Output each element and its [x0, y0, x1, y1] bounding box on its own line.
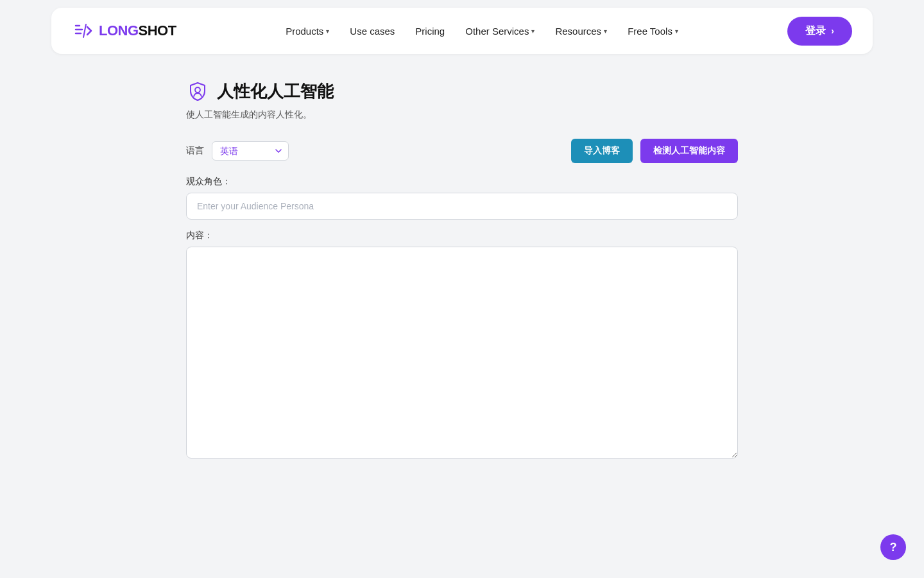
content-field-group: 内容： [186, 230, 738, 461]
login-arrow-icon: › [831, 26, 834, 36]
other-services-chevron-icon: ▾ [531, 28, 535, 35]
audience-field-group: 观众角色： [186, 176, 738, 230]
free-tools-chevron-icon: ▾ [675, 28, 678, 35]
svg-point-1 [195, 87, 200, 92]
page-subtitle: 使人工智能生成的内容人性化。 [186, 109, 738, 121]
language-select[interactable]: 英语 中文 日语 法语 德语 西班牙语 [212, 141, 289, 161]
products-chevron-icon: ▾ [326, 28, 329, 35]
logo-shot-text: SHOT [139, 22, 176, 39]
content-label: 内容： [186, 230, 738, 241]
logo[interactable]: LONGSHOT [72, 19, 176, 42]
logo-icon [72, 19, 95, 42]
logo-long-text: LONG [99, 22, 139, 39]
page-title: 人性化人工智能 [217, 80, 334, 103]
nav-resources[interactable]: Resources ▾ [555, 26, 607, 37]
help-button[interactable]: ? [880, 534, 906, 560]
audience-input[interactable] [186, 193, 738, 220]
nav-other-services[interactable]: Other Services ▾ [465, 26, 535, 37]
help-icon: ? [890, 541, 897, 554]
shield-icon [186, 80, 209, 103]
nav-free-tools[interactable]: Free Tools ▾ [628, 26, 678, 37]
resources-chevron-icon: ▾ [604, 28, 607, 35]
main-content: 人性化人工智能 使人工智能生成的内容人性化。 语言 英语 中文 日语 法语 德语… [173, 80, 751, 461]
language-section: 语言 英语 中文 日语 法语 德语 西班牙语 [186, 141, 289, 161]
login-button[interactable]: 登录 › [787, 17, 852, 46]
language-label: 语言 [186, 145, 204, 157]
header: LONGSHOT Products ▾ Use cases Pricing Ot… [51, 8, 873, 54]
controls-row: 语言 英语 中文 日语 法语 德语 西班牙语 导入博客 检测人工智能内容 [186, 139, 738, 163]
audience-label: 观众角色： [186, 176, 738, 188]
main-nav: Products ▾ Use cases Pricing Other Servi… [286, 26, 678, 37]
import-blog-button[interactable]: 导入博客 [571, 139, 633, 163]
nav-use-cases[interactable]: Use cases [350, 26, 395, 37]
nav-products[interactable]: Products ▾ [286, 26, 329, 37]
nav-pricing[interactable]: Pricing [415, 26, 445, 37]
action-buttons: 导入博客 检测人工智能内容 [571, 139, 738, 163]
content-textarea[interactable] [186, 247, 738, 459]
detect-ai-content-button[interactable]: 检测人工智能内容 [640, 139, 738, 163]
page-header: 人性化人工智能 [186, 80, 738, 103]
